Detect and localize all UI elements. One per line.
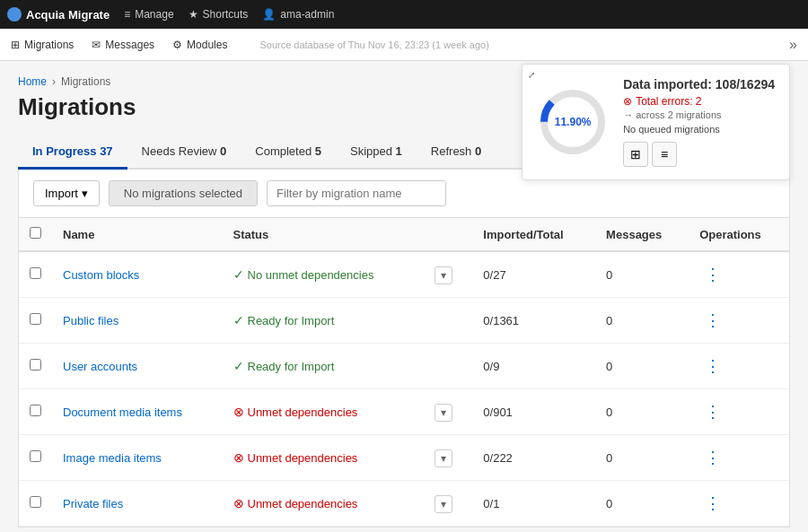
tab-completed-label: Completed: [255, 144, 314, 158]
tab-needs-review-label: Needs Review: [142, 144, 220, 158]
row-checkbox-cell: [19, 251, 52, 298]
collapse-nav-button[interactable]: »: [789, 37, 797, 53]
row-checkbox[interactable]: [30, 313, 41, 325]
import-button[interactable]: Import ▾: [33, 180, 100, 206]
import-label: Import: [45, 187, 78, 200]
row-messages: 0: [595, 481, 689, 527]
status-text: Ready for Import: [248, 360, 335, 373]
chevron-down-icon[interactable]: ▾: [435, 266, 452, 284]
chevron-down-icon[interactable]: ▾: [435, 495, 452, 513]
error-circle-icon: ⊗: [623, 95, 632, 108]
status-text: Unmet dependencies: [248, 406, 358, 419]
row-checkbox-cell: [19, 389, 52, 435]
status-dropdown-header: [418, 218, 472, 251]
error-icon: ⊗: [233, 405, 244, 419]
operations-menu-button[interactable]: ⋮: [699, 309, 726, 332]
user-nav-item[interactable]: 👤 ama-admin: [262, 8, 334, 21]
table-row: Public files ✓ Ready for Import 0/1361 0…: [19, 298, 789, 344]
card-errors-subtext: → across 2 migrations: [623, 109, 775, 120]
row-dropdown-cell: ▾: [418, 435, 472, 481]
migration-name-link[interactable]: Private files: [63, 497, 123, 510]
card-info: Data imported: 108/16294 ⊗ Total errors:…: [623, 77, 775, 167]
row-status-cell: ⊗ Unmet dependencies: [223, 435, 418, 481]
card-title-label: Data imported:: [623, 77, 712, 92]
status-indicator: ✓ Ready for Import: [233, 313, 408, 327]
row-name-cell: Custom blocks: [52, 251, 223, 298]
grid-icon: ⊞: [11, 39, 20, 51]
tab-in-progress[interactable]: In Progress 37: [18, 135, 127, 170]
acquia-logo[interactable]: Acquia Migrate: [7, 7, 110, 22]
migration-name-link[interactable]: Document media items: [63, 406, 182, 419]
card-list-view-button[interactable]: ≡: [652, 142, 677, 167]
migration-name-link[interactable]: Custom blocks: [63, 268, 139, 282]
tab-needs-review[interactable]: Needs Review 0: [127, 135, 242, 170]
row-checkbox[interactable]: [30, 450, 41, 462]
name-column-header: Name: [52, 218, 223, 251]
manage-nav-item[interactable]: ≡ Manage: [124, 8, 173, 21]
row-name-cell: User accounts: [52, 344, 223, 389]
collapse-card-icon[interactable]: ⤢: [528, 70, 535, 80]
modules-icon: ⚙: [172, 39, 182, 51]
card-grid-view-button[interactable]: ⊞: [623, 142, 648, 167]
operations-menu-button[interactable]: ⋮: [699, 354, 726, 378]
row-checkbox[interactable]: [30, 267, 41, 279]
operations-menu-button[interactable]: ⋮: [699, 263, 726, 286]
row-dropdown-cell: ▾: [418, 251, 472, 298]
chevron-down-icon[interactable]: ▾: [435, 404, 452, 422]
secondary-nav-messages[interactable]: ✉ Messages: [92, 39, 154, 51]
row-name-cell: Private files: [52, 481, 223, 527]
breadcrumb-current: Migrations: [61, 75, 110, 88]
row-checkbox-cell: [19, 344, 52, 389]
row-operations-cell: ⋮: [689, 344, 789, 389]
row-operations-cell: ⋮: [689, 435, 789, 481]
card-no-queued: No queued migrations: [623, 124, 775, 135]
table-row: User accounts ✓ Ready for Import 0/9 0 ⋮: [19, 344, 789, 389]
status-indicator: ✓ No unmet dependencies: [233, 267, 408, 282]
row-imported-total: 0/1361: [472, 298, 595, 344]
tab-completed-count: 5: [315, 144, 321, 158]
secondary-navigation: ⊞ Migrations ✉ Messages ⚙ Modules Source…: [0, 29, 808, 61]
operations-menu-button[interactable]: ⋮: [699, 446, 726, 469]
error-icon: ⊗: [233, 496, 244, 510]
tab-completed[interactable]: Completed 5: [241, 135, 336, 170]
row-dropdown-cell: ▾: [418, 481, 472, 527]
operations-menu-button[interactable]: ⋮: [699, 492, 726, 515]
row-checkbox[interactable]: [30, 496, 41, 508]
row-checkbox[interactable]: [30, 359, 41, 371]
operations-menu-button[interactable]: ⋮: [699, 400, 726, 423]
select-all-checkbox[interactable]: [30, 227, 41, 239]
shortcuts-nav-item[interactable]: ★ Shortcuts: [189, 8, 249, 21]
tab-refresh[interactable]: Refresh 0: [417, 135, 496, 170]
table-row: Document media items ⊗ Unmet dependencie…: [19, 389, 789, 435]
row-status-cell: ⊗ Unmet dependencies: [223, 481, 418, 527]
error-icon: ⊗: [233, 450, 244, 465]
card-errors: ⊗ Total errors: 2: [623, 95, 775, 108]
total-errors-link[interactable]: Total errors: 2: [636, 95, 701, 108]
migration-name-link[interactable]: Image media items: [63, 451, 162, 465]
row-checkbox[interactable]: [30, 405, 41, 416]
shortcuts-icon: ★: [189, 8, 198, 21]
filter-migration-input[interactable]: [267, 180, 446, 206]
card-actions: ⊞ ≡: [623, 142, 775, 167]
row-name-cell: Document media items: [52, 389, 223, 435]
tab-skipped[interactable]: Skipped 1: [336, 135, 417, 170]
row-imported-total: 0/901: [472, 389, 595, 435]
migration-name-link[interactable]: Public files: [63, 314, 119, 327]
breadcrumb-home[interactable]: Home: [18, 75, 47, 88]
row-dropdown-cell: [418, 344, 472, 389]
tab-skipped-count: 1: [396, 144, 402, 158]
tab-in-progress-count: 37: [100, 144, 112, 158]
secondary-nav-migrations[interactable]: ⊞ Migrations: [11, 39, 74, 51]
chevron-down-icon[interactable]: ▾: [435, 449, 452, 467]
status-text: Unmet dependencies: [248, 497, 358, 510]
secondary-nav-modules[interactable]: ⚙ Modules: [172, 39, 227, 51]
row-checkbox-cell: [19, 481, 52, 527]
table-header-row: Name Status Imported/Total Messages Oper…: [19, 218, 789, 251]
table-row: Image media items ⊗ Unmet dependencies ▾…: [19, 435, 789, 481]
migration-name-link[interactable]: User accounts: [63, 360, 137, 373]
no-migrations-selected-label: No migrations selected: [109, 180, 258, 206]
top-navigation: Acquia Migrate ≡ Manage ★ Shortcuts 👤 am…: [0, 0, 808, 29]
check-icon: ✓: [233, 267, 244, 282]
manage-icon: ≡: [124, 8, 130, 21]
row-imported-total: 0/27: [472, 251, 595, 298]
